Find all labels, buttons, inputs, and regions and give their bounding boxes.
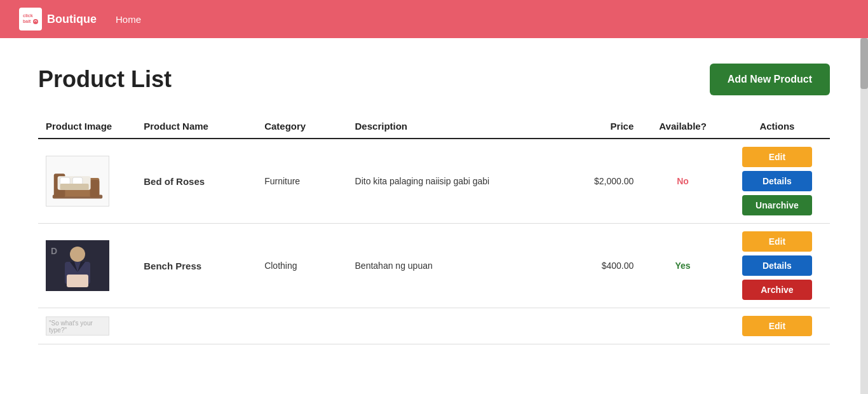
navbar: click bait Boutique Home [0, 0, 868, 38]
svg-point-14 [70, 247, 85, 262]
svg-text:click: click [23, 13, 33, 18]
product-image-bed [46, 156, 109, 207]
product-description-cell [348, 308, 559, 344]
edit-button-row3[interactable]: Edit [742, 316, 812, 336]
nav-home[interactable]: Home [116, 14, 141, 25]
product-image-cell [38, 139, 136, 224]
main-content: Product List Add New Product Product Ima… [0, 38, 868, 394]
table-header-row: Product Image Product Name Category Desc… [38, 114, 830, 139]
brand: click bait Boutique [19, 8, 97, 31]
edit-button-row1[interactable]: Edit [742, 147, 812, 167]
product-price-cell: $2,000.00 [559, 139, 642, 224]
page-header: Product List Add New Product [38, 64, 830, 95]
edit-button-row2[interactable]: Edit [742, 231, 812, 252]
svg-rect-12 [60, 184, 89, 190]
action-buttons-row2: Edit Details Archive [732, 231, 822, 300]
svg-text:D: D [51, 246, 57, 256]
product-category-cell [257, 308, 347, 344]
action-buttons-row3: Edit [732, 316, 822, 336]
scrollbar-thumb[interactable] [860, 38, 868, 89]
col-header-price: Price [559, 114, 642, 139]
product-actions-cell: Edit Details Archive [724, 224, 830, 308]
action-buttons-row1: Edit Details Unarchive [732, 147, 822, 215]
product-name-cell: Bench Press [136, 224, 257, 308]
product-description-cell: Bentahan ng upuan [348, 224, 559, 308]
svg-text:bait: bait [23, 19, 31, 24]
product-name-cell [136, 308, 257, 344]
svg-point-3 [33, 19, 38, 24]
product-category-cell: Clothing [257, 224, 347, 308]
product-available-cell [641, 308, 724, 344]
unarchive-button-row1[interactable]: Unarchive [742, 195, 812, 215]
product-name-cell: Bed of Roses [136, 139, 257, 224]
page-title: Product List [38, 66, 172, 93]
table-row: Bed of Roses Furniture Dito kita palagin… [38, 139, 830, 224]
product-image-cell: D [38, 224, 136, 308]
col-header-category: Category [257, 114, 347, 139]
product-price-cell [559, 308, 642, 344]
product-description-cell: Dito kita palaging naiisip gabi gabi [348, 139, 559, 224]
product-category-cell: Furniture [257, 139, 347, 224]
brand-label: Boutique [47, 13, 97, 26]
details-button-row1[interactable]: Details [742, 171, 812, 191]
product-actions-cell: Edit Details Unarchive [724, 139, 830, 224]
col-header-available: Available? [641, 114, 724, 139]
product-available-cell: No [641, 139, 724, 224]
svg-rect-8 [90, 180, 100, 197]
table-row: D Bench Press Clothing Bentahan ng upuan… [38, 224, 830, 308]
scrollbar-track [860, 38, 868, 394]
product-price-cell: $400.00 [559, 224, 642, 308]
product-image-cell: "So what's your type?" [38, 308, 136, 344]
person-icon: D [46, 240, 109, 291]
details-button-row2[interactable]: Details [742, 255, 812, 276]
bed-icon [46, 156, 109, 207]
product-available-cell: Yes [641, 224, 724, 308]
add-new-product-button[interactable]: Add New Product [710, 64, 830, 95]
col-header-name: Product Name [136, 114, 257, 139]
product-image-person: D [46, 240, 109, 291]
col-header-image: Product Image [38, 114, 136, 139]
svg-rect-18 [67, 275, 88, 287]
product-actions-cell: Edit [724, 308, 830, 344]
logo-icon: click bait [19, 8, 42, 31]
table-row: "So what's your type?" Edit [38, 308, 830, 344]
archive-button-row2[interactable]: Archive [742, 280, 812, 300]
product-table: Product Image Product Name Category Desc… [38, 114, 830, 344]
col-header-actions: Actions [724, 114, 830, 139]
col-header-description: Description [348, 114, 559, 139]
